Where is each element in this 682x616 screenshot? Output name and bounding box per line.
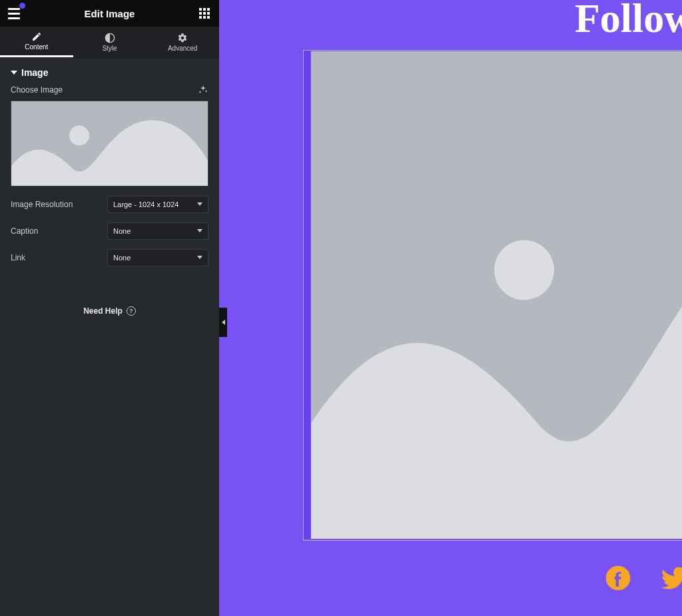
svg-point-4 <box>494 240 554 300</box>
collapse-panel-button[interactable] <box>219 308 227 337</box>
editor-tabs: Content Style Advanced <box>0 27 219 58</box>
need-help-link[interactable]: Need Help ? <box>11 306 208 316</box>
controls: Choose Image Image Resolution Large - 10… <box>0 85 219 316</box>
section-title-text: Image <box>21 67 48 78</box>
twitter-icon[interactable] <box>659 563 682 593</box>
help-icon: ? <box>127 306 136 316</box>
section-toggle-image[interactable]: Image <box>0 58 219 85</box>
caption-select[interactable]: None <box>107 222 208 240</box>
pencil-icon <box>31 31 42 42</box>
panel-title: Edit Image <box>85 8 135 19</box>
placeholder-image-icon <box>311 51 682 539</box>
need-help-label: Need Help <box>83 306 123 316</box>
canvas-preview[interactable]: Follow <box>219 0 682 616</box>
contrast-icon <box>105 33 115 43</box>
notification-dot-icon <box>19 3 25 9</box>
facebook-icon[interactable] <box>603 563 633 593</box>
image-resolution-label: Image Resolution <box>11 200 73 209</box>
gear-icon <box>177 33 188 43</box>
select-value: None <box>113 254 131 262</box>
svg-point-2 <box>69 125 89 145</box>
tab-advanced[interactable]: Advanced <box>146 27 219 57</box>
choose-image-preview[interactable] <box>11 101 208 186</box>
selected-element-frame[interactable] <box>303 50 682 541</box>
social-icons-row <box>603 563 682 593</box>
caret-down-icon <box>11 71 17 75</box>
link-select[interactable]: None <box>107 249 208 266</box>
ai-sparkle-button[interactable] <box>198 85 208 95</box>
link-label: Link <box>11 253 25 262</box>
chevron-down-icon <box>197 229 202 232</box>
select-value: None <box>113 227 131 235</box>
page-heading: Follow <box>575 0 682 42</box>
tab-label: Style <box>102 45 117 52</box>
tab-label: Content <box>25 43 48 51</box>
apps-grid-button[interactable] <box>195 4 214 23</box>
chevron-down-icon <box>197 202 202 206</box>
editor-panel: Edit Image Content Style Advanced Image <box>0 0 219 616</box>
tab-style[interactable]: Style <box>73 27 147 57</box>
image-resolution-select[interactable]: Large - 1024 x 1024 <box>107 196 208 213</box>
canvas-image-placeholder[interactable] <box>311 51 682 539</box>
caption-label: Caption <box>11 226 38 236</box>
choose-image-label: Choose Image <box>11 85 63 95</box>
tab-content[interactable]: Content <box>0 27 73 57</box>
editor-header: Edit Image <box>0 0 219 27</box>
placeholder-image-icon <box>11 101 208 186</box>
select-value: Large - 1024 x 1024 <box>113 200 178 208</box>
tab-label: Advanced <box>168 45 197 52</box>
resize-grip-left[interactable] <box>304 51 310 539</box>
chevron-down-icon <box>197 256 202 259</box>
menu-button[interactable] <box>5 4 24 23</box>
chevron-left-icon <box>222 320 225 325</box>
